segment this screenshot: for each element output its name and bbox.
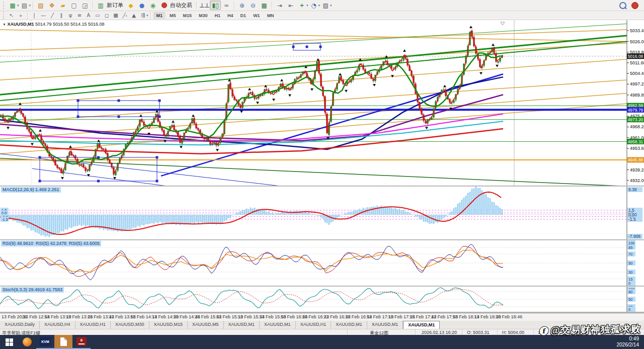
timeframe-button-w1[interactable]: W1 xyxy=(250,12,263,19)
label-tool[interactable]: ▭ xyxy=(93,11,102,20)
chart-tab[interactable]: XAUUSD,M1 xyxy=(403,321,440,329)
price-chart-canvas[interactable]: 5033.405026.005018.805011.605004.404997.… xyxy=(0,20,644,186)
price-pane[interactable]: 5033.405026.005018.805011.605004.404997.… xyxy=(0,20,644,186)
taskbar-clock[interactable]: 0:49 2026/2/14 xyxy=(612,336,644,348)
chevron-down-icon[interactable]: ▾ xyxy=(146,14,148,18)
chart-tab[interactable]: XAUUSD,Daily xyxy=(0,321,40,329)
vertical-line-tool[interactable]: | xyxy=(30,11,39,20)
chevron-down-icon[interactable]: ▼ xyxy=(3,23,6,26)
chart-tab[interactable]: XAUUSD,M15 xyxy=(149,321,188,329)
timeframe-button-h4[interactable]: H4 xyxy=(224,12,236,19)
windows-logo-icon xyxy=(6,338,13,346)
chart-tab[interactable]: XAUUSD,M5 xyxy=(188,321,224,329)
timeframe-button-m15[interactable]: M15 xyxy=(180,12,195,19)
chart-ohlc: 5014.79 5016.50 5014.15 5016.08 xyxy=(35,22,105,27)
signal-icon[interactable]: ◉ xyxy=(147,1,158,10)
chart-shift-button[interactable]: ⇤ xyxy=(285,1,296,10)
price-axis[interactable]: 5033.405026.005018.805011.605004.404997.… xyxy=(627,20,644,186)
folder-icon[interactable]: ▰ xyxy=(57,1,68,10)
chart-tab[interactable]: XAUUSD,M1 xyxy=(331,321,367,329)
candlestick-chart-button[interactable]: ▮▯ xyxy=(210,1,221,10)
svg-text:80: 80 xyxy=(628,290,632,294)
bar-chart-button[interactable]: ⊥⊥ xyxy=(199,1,210,10)
periods-button[interactable]: ◔ xyxy=(308,1,319,10)
timeframe-button-m1[interactable]: M1 xyxy=(153,12,166,19)
search-icon[interactable] xyxy=(619,2,626,9)
chart-tab[interactable]: XAUUSD,M1 xyxy=(224,321,260,329)
arrows-tool[interactable]: ▲ xyxy=(129,11,138,20)
autotrading-icon[interactable] xyxy=(158,1,170,10)
new-order-icon[interactable]: ▥ xyxy=(95,1,106,10)
channel-tool[interactable]: ∥ xyxy=(57,11,66,20)
pitchfork-tool[interactable]: ψ xyxy=(66,11,75,20)
crosshair-tool[interactable]: ＋ xyxy=(16,11,25,20)
timeframe-button-m5[interactable]: M5 xyxy=(167,12,179,19)
text-tool[interactable]: A xyxy=(84,11,93,20)
macd-pane[interactable]: 9.38-7.9061.50.00-1.50.6-0.61.50.6-0.6-1… xyxy=(0,187,644,239)
macd-axis[interactable]: 9.38-7.9061.50.00-1.50.6-0.6 xyxy=(627,187,644,239)
line-chart-button[interactable]: ≈ xyxy=(221,1,232,10)
market-watch-button[interactable]: ▧ xyxy=(35,1,46,10)
arrow-tool[interactable]: ╱s xyxy=(120,11,129,20)
stock-app-taskbar-icon[interactable]: 6 xyxy=(72,335,91,349)
rsi-canvas[interactable]: 10085705030150 xyxy=(0,240,644,286)
stoch-canvas[interactable]: 1008050200 xyxy=(0,287,644,312)
chevron-down-icon[interactable]: ▾ xyxy=(29,4,31,8)
rsi-pane[interactable]: 10085705030150 xyxy=(0,240,644,286)
chevron-down-icon[interactable]: ▾ xyxy=(330,4,332,8)
indicators-button[interactable]: ＋ xyxy=(296,1,307,10)
chevron-down-icon[interactable]: ▾ xyxy=(17,4,19,8)
chart-tab[interactable]: XAUUSD,H4 xyxy=(40,321,75,329)
zoom-out-button[interactable]: ⊖ xyxy=(248,1,259,10)
macd-canvas[interactable]: 9.38-7.9061.50.00-1.50.6-0.61.50.6-0.6-1… xyxy=(0,187,644,239)
timeframe-button-mn[interactable]: MN xyxy=(264,12,277,19)
new-order-button[interactable]: 新订单 xyxy=(107,2,123,9)
strategy-tester-button[interactable]: ◲ xyxy=(79,1,91,10)
auto-scroll-button[interactable]: ⇥ xyxy=(274,1,285,10)
svg-text:4979.79: 4979.79 xyxy=(628,108,643,113)
horizontal-line-tool[interactable]: — xyxy=(39,11,48,20)
rsi-label[interactable]: RSI(9) 48.9610 RSI(5) 42.2478 RSI(5) 43.… xyxy=(1,241,101,246)
rsi-axis[interactable]: 10085705030150 xyxy=(627,240,644,286)
terminal-window-button[interactable]: ▢ xyxy=(68,1,79,10)
chart-window[interactable]: 5033.405026.005018.805011.605004.404997.… xyxy=(0,20,644,313)
template-button[interactable]: ▨ xyxy=(320,1,331,10)
timeframe-button-d1[interactable]: D1 xyxy=(237,12,250,19)
timeframe-button-m30[interactable]: M30 xyxy=(196,12,211,19)
autotrading-button[interactable]: 自动交易 xyxy=(170,2,192,9)
shapes-tool[interactable]: ◻ xyxy=(102,11,111,20)
fibonacci-tool[interactable]: ≡ xyxy=(75,11,84,20)
cursor-tool[interactable]: ↖ xyxy=(7,11,16,20)
chart-tab[interactable]: XAUUSD,M1 xyxy=(367,321,404,329)
time-axis[interactable]: 13 Feb 202613 Feb 12:5413 Feb 13:1013 Fe… xyxy=(0,313,644,321)
zoom-in-button[interactable]: ⊕ xyxy=(236,1,248,10)
grid-tool[interactable]: ▩ xyxy=(111,11,120,20)
chart-tab[interactable]: XAUUSD,M1 xyxy=(260,321,296,329)
svg-text:0: 0 xyxy=(628,307,630,312)
clock-date: 2026/2/14 xyxy=(617,342,639,348)
deposit-icon[interactable]: ◆ xyxy=(125,1,136,10)
timeframe-button-h1[interactable]: H1 xyxy=(212,12,224,19)
toolbar-grip[interactable] xyxy=(3,12,6,19)
tile-windows-button[interactable]: ▦ xyxy=(259,1,270,10)
account-icon[interactable]: ● xyxy=(136,1,147,10)
document-taskbar-icon[interactable] xyxy=(54,335,72,349)
browser-taskbar-icon[interactable] xyxy=(18,335,36,349)
start-button[interactable] xyxy=(0,335,18,349)
kvm-taskbar-icon[interactable]: KVM xyxy=(36,335,54,349)
svg-text:5033.40: 5033.40 xyxy=(630,28,644,33)
profiles-button[interactable]: ▤ xyxy=(19,1,30,10)
stoch-pane[interactable]: 1008050200 xyxy=(0,287,644,312)
trendline-tool[interactable]: ╱ xyxy=(48,11,57,20)
navigator-button[interactable]: ✥ xyxy=(46,1,57,10)
toolbar-separator xyxy=(196,2,197,9)
chart-tab[interactable]: XAUUSD,H1 xyxy=(75,321,111,329)
chart-tab[interactable]: XAUUSD,M30 xyxy=(111,321,149,329)
macd-label[interactable]: MACD(12,26,9) 1.469 2.261 xyxy=(1,187,61,193)
chart-tab[interactable]: XAUUSD,H1 xyxy=(296,321,332,329)
stoch-label[interactable]: Stoch(9,3,3) 29.4919 41.7583 xyxy=(1,287,64,293)
stoch-axis[interactable]: 1008050200 xyxy=(627,287,644,312)
toolbar-grip[interactable] xyxy=(3,2,6,9)
notification-icon[interactable] xyxy=(631,2,638,9)
new-chart-button[interactable]: ▦ xyxy=(7,1,18,10)
